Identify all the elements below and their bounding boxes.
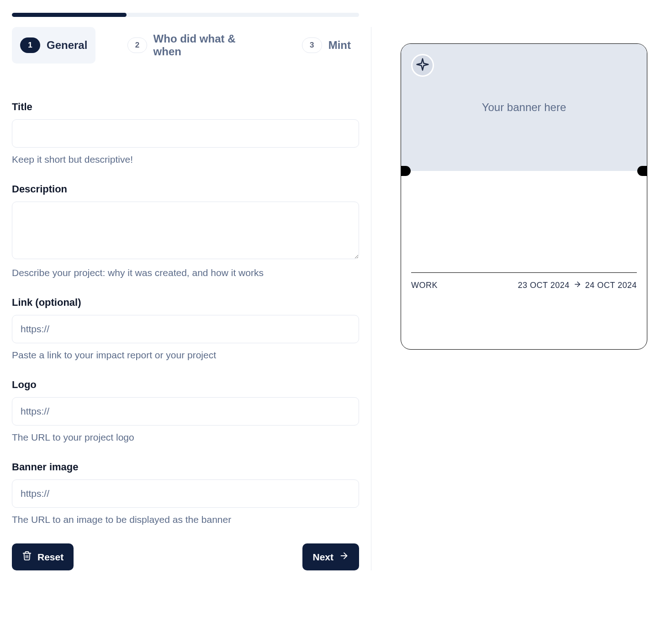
sparkle-icon [416, 58, 429, 73]
field-logo: Logo The URL to your project logo [12, 379, 359, 443]
next-button[interactable]: Next [302, 543, 359, 570]
description-input[interactable] [12, 202, 359, 259]
date-from: 23 OCT 2024 [518, 281, 570, 290]
reset-button-label: Reset [37, 552, 63, 563]
trash-icon [22, 551, 32, 563]
title-hint: Keep it short but descriptive! [12, 154, 359, 165]
link-input[interactable] [12, 315, 359, 343]
preview-tag: WORK [411, 281, 438, 290]
step-label: Mint [328, 39, 351, 52]
date-to: 24 OCT 2024 [585, 281, 637, 290]
step-mint[interactable]: 3 Mint [294, 27, 359, 64]
link-label: Link (optional) [12, 297, 359, 309]
preview-banner: Your banner here [401, 44, 647, 171]
banner-placeholder-text: Your banner here [482, 101, 566, 114]
step-label: Who did what & when [153, 32, 262, 58]
banner-input[interactable] [12, 479, 359, 508]
arrow-right-icon [573, 280, 582, 291]
logo-input[interactable] [12, 397, 359, 426]
step-label: General [47, 39, 87, 52]
step-number: 1 [20, 37, 40, 53]
field-title: Title Keep it short but descriptive! [12, 101, 359, 165]
field-description: Description Describe your project: why i… [12, 183, 359, 278]
step-who-did-what[interactable]: 2 Who did what & when [119, 27, 270, 64]
ticket-notch-left [401, 166, 411, 176]
banner-label: Banner image [12, 461, 359, 473]
step-general[interactable]: 1 General [12, 27, 95, 64]
preview-logo-badge [411, 54, 434, 77]
preview-card: Your banner here WORK 23 OCT 2024 [401, 43, 647, 350]
logo-hint: The URL to your project logo [12, 432, 359, 443]
title-input[interactable] [12, 119, 359, 148]
arrow-right-icon [339, 551, 349, 563]
banner-hint: The URL to an image to be displayed as t… [12, 514, 359, 525]
link-hint: Paste a link to your impact report or yo… [12, 350, 359, 361]
step-number: 3 [302, 37, 322, 53]
logo-label: Logo [12, 379, 359, 391]
reset-button[interactable]: Reset [12, 543, 74, 570]
description-label: Description [12, 183, 359, 195]
description-hint: Describe your project: why it was create… [12, 267, 359, 278]
preview-dates: 23 OCT 2024 24 OCT 2024 [518, 280, 637, 291]
preview-divider [411, 272, 637, 273]
progress-bar [12, 13, 359, 17]
title-label: Title [12, 101, 359, 113]
ticket-notch-right [637, 166, 647, 176]
step-nav: 1 General 2 Who did what & when 3 Mint [12, 27, 359, 64]
step-number: 2 [127, 37, 147, 53]
next-button-label: Next [312, 552, 333, 563]
field-banner: Banner image The URL to an image to be d… [12, 461, 359, 525]
field-link: Link (optional) Paste a link to your imp… [12, 297, 359, 361]
progress-fill [12, 13, 127, 17]
